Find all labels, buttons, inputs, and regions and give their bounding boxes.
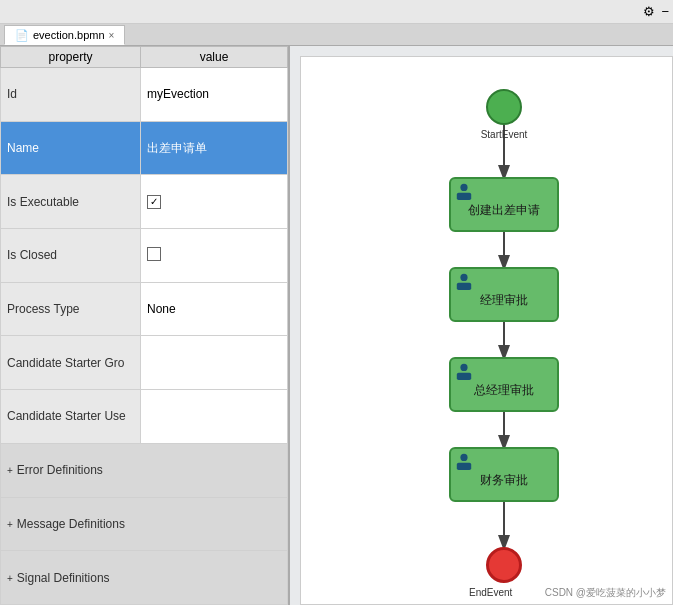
tab-bar: 📄 evection.bpmn ×: [0, 24, 673, 46]
watermark: CSDN @爱吃菠菜的小小梦: [545, 586, 666, 600]
section-label-2: +Signal Definitions: [1, 551, 288, 605]
property-value-6[interactable]: [141, 390, 288, 444]
user-task-icon-4: [455, 452, 473, 470]
task-create[interactable]: 创建出差申请: [449, 177, 559, 232]
property-name-1: Name: [1, 121, 141, 175]
start-event-label: StartEvent: [469, 129, 539, 140]
expand-icon-1: +: [7, 519, 13, 530]
property-name-0: Id: [1, 68, 141, 122]
property-value-0[interactable]: myEvection: [141, 68, 288, 122]
expand-icon-0: +: [7, 465, 13, 476]
property-row-5[interactable]: Candidate Starter Gro: [1, 336, 288, 390]
svg-rect-8: [457, 283, 471, 290]
property-value-5[interactable]: [141, 336, 288, 390]
gear-icon[interactable]: ⚙: [643, 4, 655, 19]
properties-panel: property value IdmyEvectionName出差申请单Is E…: [0, 46, 290, 605]
svg-point-5: [460, 184, 467, 191]
tab-close-icon[interactable]: ×: [109, 30, 115, 41]
property-row-1[interactable]: Name出差申请单: [1, 121, 288, 175]
checkbox-empty-3[interactable]: [147, 247, 161, 261]
property-name-2: Is Executable: [1, 175, 141, 229]
user-task-icon-3: [455, 362, 473, 380]
property-name-4: Process Type: [1, 282, 141, 336]
col-header-property: property: [1, 47, 141, 68]
svg-rect-6: [457, 193, 471, 200]
property-value-2: ✓: [141, 175, 288, 229]
section-row-0[interactable]: +Error Definitions: [1, 443, 288, 497]
svg-point-7: [460, 274, 467, 281]
section-row-1[interactable]: +Message Definitions: [1, 497, 288, 551]
diagram-panel: StartEvent 创建出差申请 经理审批: [290, 46, 673, 605]
col-header-value: value: [141, 47, 288, 68]
end-event-label: EndEvent: [469, 587, 512, 598]
property-row-0[interactable]: IdmyEvection: [1, 68, 288, 122]
svg-point-11: [460, 454, 467, 461]
property-row-4[interactable]: Process TypeNone: [1, 282, 288, 336]
svg-point-9: [460, 364, 467, 371]
svg-rect-10: [457, 373, 471, 380]
property-row-2[interactable]: Is Executable✓: [1, 175, 288, 229]
section-label-1: +Message Definitions: [1, 497, 288, 551]
user-task-icon-2: [455, 272, 473, 290]
section-row-2[interactable]: +Signal Definitions: [1, 551, 288, 605]
tab-evection-bpmn[interactable]: 📄 evection.bpmn ×: [4, 25, 125, 45]
property-value-1[interactable]: 出差申请单: [141, 121, 288, 175]
user-task-icon-1: [455, 182, 473, 200]
property-value-4[interactable]: None: [141, 282, 288, 336]
tab-label: evection.bpmn: [33, 29, 105, 41]
toolbar: ⚙ −: [0, 0, 673, 24]
task-create-label: 创建出差申请: [468, 202, 540, 219]
main-content: property value IdmyEvectionName出差申请单Is E…: [0, 46, 673, 605]
end-event[interactable]: [486, 547, 522, 583]
task-manager-approve[interactable]: 经理审批: [449, 267, 559, 322]
start-event[interactable]: [486, 89, 522, 125]
properties-table: property value IdmyEvectionName出差申请单Is E…: [0, 46, 288, 605]
diagram-canvas[interactable]: StartEvent 创建出差申请 经理审批: [300, 56, 673, 605]
property-name-5: Candidate Starter Gro: [1, 336, 141, 390]
bpmn-container: StartEvent 创建出差申请 经理审批: [301, 57, 672, 604]
property-value-3: [141, 229, 288, 283]
svg-rect-12: [457, 463, 471, 470]
task-gm-approve[interactable]: 总经理审批: [449, 357, 559, 412]
tab-file-icon: 📄: [15, 29, 29, 42]
minimize-icon[interactable]: −: [661, 4, 669, 19]
property-name-3: Is Closed: [1, 229, 141, 283]
task-finance-label: 财务审批: [480, 472, 528, 489]
property-name-6: Candidate Starter Use: [1, 390, 141, 444]
task-finance-approve[interactable]: 财务审批: [449, 447, 559, 502]
property-row-6[interactable]: Candidate Starter Use: [1, 390, 288, 444]
property-row-3[interactable]: Is Closed: [1, 229, 288, 283]
task-gm-label: 总经理审批: [474, 382, 534, 399]
section-label-0: +Error Definitions: [1, 443, 288, 497]
expand-icon-2: +: [7, 573, 13, 584]
checkbox-checked-2[interactable]: ✓: [147, 195, 161, 209]
task-manager-label: 经理审批: [480, 292, 528, 309]
